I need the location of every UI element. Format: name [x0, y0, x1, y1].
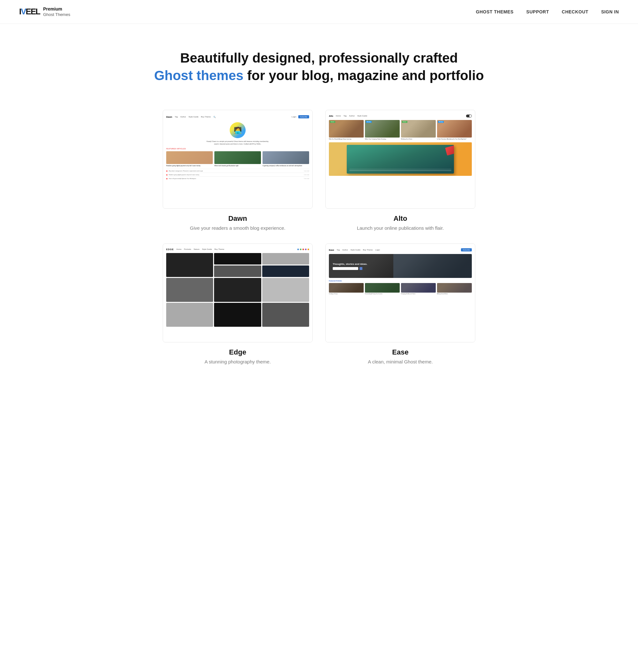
ease-article-4: Adding Internal Notes — [437, 283, 472, 295]
ease-search — [333, 267, 468, 270]
dawn-list: P AI product management: Research, requi… — [166, 169, 309, 180]
alto-preview[interactable]: Alto Home Tag Author Style Guide Career — [325, 110, 475, 209]
dawn-article-1: Retailers going digital payment only don… — [166, 151, 213, 167]
edge-photo-3a — [262, 253, 309, 264]
hero-blue-text: Ghost themes — [154, 68, 244, 83]
theme-card-edge: EDGE Home Portraits Nature Style Guide B… — [163, 244, 313, 364]
edge-desc: A stunning photography theme. — [166, 359, 309, 364]
theme-card-ease: Ease Tag Author Style Guide Buy Theme Lo… — [325, 244, 475, 364]
ease-articles-grid: Creating a Group Downloading/Printing Yo… — [329, 283, 472, 295]
alto-name: Alto — [329, 214, 472, 223]
dawn-avatar: 🧑‍💻 — [230, 122, 246, 138]
themes-grid: Dawn Tag Author Style Guide Buy Theme 🔍 … — [144, 103, 494, 383]
edge-photo-2b — [214, 265, 261, 277]
nav-support[interactable]: SUPPORT — [526, 9, 549, 14]
dawn-preview[interactable]: Dawn Tag Author Style Guide Buy Theme 🔍 … — [163, 110, 313, 209]
ease-nav: Ease Tag Author Style Guide Buy Theme Lo… — [329, 247, 472, 254]
ease-name: Ease — [329, 348, 472, 357]
edge-photo-5 — [214, 278, 261, 302]
logo-tagline: Premium Ghost Themes — [43, 6, 70, 17]
alto-card-1: Career Why You Should Always Keep Learni… — [329, 120, 364, 140]
logo-mark: IVEEL — [19, 7, 40, 17]
edge-name: Edge — [166, 348, 309, 357]
edge-photo-8 — [214, 303, 261, 327]
dawn-article-3: A gaming company's office embraces an an… — [263, 151, 309, 167]
dawn-articles-grid: Retailers going digital payment only don… — [166, 151, 309, 167]
ease-hero-title: Thoughts, stories and ideas. — [333, 263, 468, 265]
ease-search-button — [359, 267, 363, 270]
nav-ghost-themes[interactable]: GHOST THEMES — [476, 9, 514, 14]
ease-desc: A clean, minimal Ghost theme. — [329, 359, 472, 364]
edge-photo-1 — [166, 253, 213, 277]
dawn-nav: Dawn Tag Author Style Guide Buy Theme 🔍 … — [166, 113, 309, 121]
dawn-article-2: When tech brands get illustration right — [214, 151, 261, 167]
edge-photo-7 — [166, 303, 213, 327]
nav-sign-in[interactable]: SIGN IN — [601, 9, 619, 14]
dawn-desc: Give your readers a smooth blog experien… — [166, 225, 309, 231]
edge-photo-9 — [262, 303, 309, 327]
dawn-featured-label: FEATURED ARTICLES — [166, 148, 309, 150]
dawn-description: Howdy! Dawn is a simple yet powerful Gho… — [206, 140, 270, 145]
ease-person-bg — [393, 254, 472, 278]
theme-card-alto: Alto Home Tag Author Style Guide Career — [325, 110, 475, 231]
ease-search-input — [333, 267, 358, 270]
edge-nav: EDGE Home Portraits Nature Style Guide B… — [166, 247, 309, 253]
edge-photo-6 — [262, 278, 309, 302]
ease-featured-label: Featured Articles — [329, 280, 472, 282]
edge-preview[interactable]: EDGE Home Portraits Nature Style Guide B… — [163, 244, 313, 342]
edge-photo-4 — [166, 278, 213, 302]
alto-carousel: Career Why You Should Always Keep Learni… — [329, 120, 472, 140]
ease-info: Ease A clean, minimal Ghost theme. — [325, 348, 475, 364]
hero-headline: Beautifully designed, professionally cra… — [13, 49, 625, 84]
edge-photo-3b — [262, 265, 309, 277]
hero-line1: Beautifully designed, professionally cra… — [180, 50, 458, 65]
ease-article-3: Changing the Account Owner — [401, 283, 436, 295]
alto-toggle — [466, 115, 472, 117]
dawn-name: Dawn — [166, 214, 309, 223]
logo[interactable]: IVEEL Premium Ghost Themes — [19, 6, 70, 17]
nav-checkout[interactable]: CHECKOUT — [562, 9, 588, 14]
edge-info: Edge A stunning photography theme. — [163, 348, 313, 364]
alto-card-2: Startup When Your Company Starts Growing… — [365, 120, 400, 140]
alto-desc: Launch your online publications with fla… — [329, 225, 472, 231]
dawn-info: Dawn Give your readers a smooth blog exp… — [163, 214, 313, 231]
ease-article-1: Creating a Group — [329, 283, 364, 295]
ease-article-2: Downloading/Printing Your Invoices — [365, 283, 400, 295]
alto-big-feature — [329, 142, 472, 176]
ease-hero: Thoughts, stories and ideas. — [329, 254, 472, 278]
hero-line2-rest: for your blog, magazine and portfolio — [244, 68, 484, 83]
main-nav: GHOST THEMES SUPPORT CHECKOUT SIGN IN — [476, 9, 619, 14]
site-header: IVEEL Premium Ghost Themes GHOST THEMES … — [0, 0, 638, 24]
edge-photo-2a — [214, 253, 261, 264]
alto-nav: Alto Home Tag Author Style Guide — [329, 113, 472, 120]
alto-card-4: Startup Is San Francisco Mandatory for Y… — [437, 120, 472, 140]
alto-card-3: Career Working from Home — [401, 120, 436, 140]
edge-photo-grid — [166, 253, 309, 327]
alto-info: Alto Launch your online publications wit… — [325, 214, 475, 231]
theme-card-dawn: Dawn Tag Author Style Guide Buy Theme 🔍 … — [163, 110, 313, 231]
hero-section: Beautifully designed, professionally cra… — [0, 24, 638, 103]
ease-preview[interactable]: Ease Tag Author Style Guide Buy Theme Lo… — [325, 244, 475, 342]
